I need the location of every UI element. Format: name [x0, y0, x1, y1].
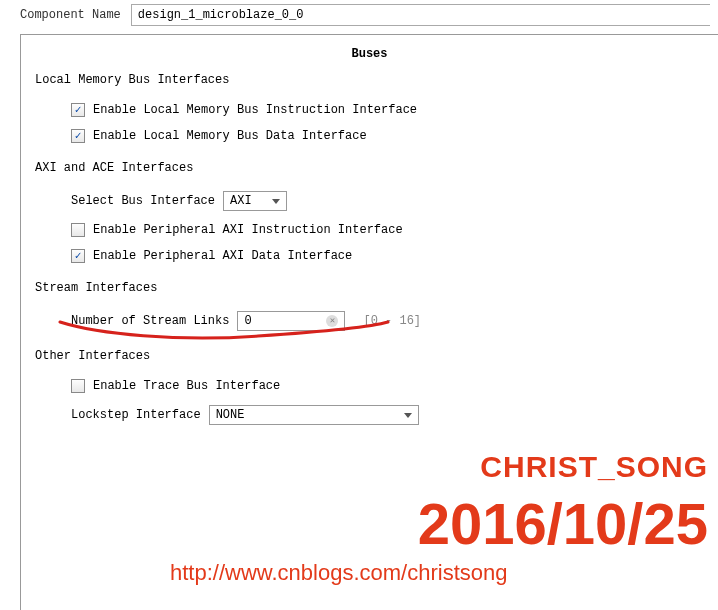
lockstep-row: Lockstep Interface NONE — [71, 399, 718, 431]
num-stream-links-label: Number of Stream Links — [71, 314, 229, 328]
component-name-input[interactable] — [131, 4, 710, 26]
lockstep-value: NONE — [216, 408, 245, 422]
num-stream-links-range: [0 - 16] — [353, 314, 421, 328]
select-bus-dropdown[interactable]: AXI — [223, 191, 287, 211]
enable-trace-row: Enable Trace Bus Interface — [71, 373, 718, 399]
section-local-memory: Local Memory Bus Interfaces — [21, 67, 718, 91]
panel-title: Buses — [21, 35, 718, 67]
num-stream-links-input[interactable]: 0 ✕ — [237, 311, 345, 331]
periph-axi-instr-row: Enable Peripheral AXI Instruction Interf… — [71, 217, 718, 243]
periph-axi-instr-label: Enable Peripheral AXI Instruction Interf… — [93, 223, 403, 237]
enable-lmb-data-label: Enable Local Memory Bus Data Interface — [93, 129, 367, 143]
enable-trace-label: Enable Trace Bus Interface — [93, 379, 280, 393]
periph-axi-data-checkbox[interactable] — [71, 249, 85, 263]
clear-icon[interactable]: ✕ — [326, 315, 338, 327]
lockstep-label: Lockstep Interface — [71, 408, 201, 422]
lockstep-dropdown[interactable]: NONE — [209, 405, 419, 425]
component-name-row: Component Name — [0, 0, 718, 34]
periph-axi-data-label: Enable Peripheral AXI Data Interface — [93, 249, 352, 263]
select-bus-label: Select Bus Interface — [71, 194, 215, 208]
select-bus-row: Select Bus Interface AXI — [71, 185, 718, 217]
periph-axi-instr-checkbox[interactable] — [71, 223, 85, 237]
enable-lmb-instr-label: Enable Local Memory Bus Instruction Inte… — [93, 103, 417, 117]
enable-lmb-instr-row: Enable Local Memory Bus Instruction Inte… — [71, 97, 718, 123]
section-other: Other Interfaces — [21, 343, 718, 367]
num-stream-links-value: 0 — [244, 314, 251, 328]
select-bus-value: AXI — [230, 194, 252, 208]
section-stream: Stream Interfaces — [21, 275, 718, 299]
num-stream-links-row: Number of Stream Links 0 ✕ [0 - 16] — [71, 305, 718, 337]
component-name-label: Component Name — [20, 8, 131, 22]
periph-axi-data-row: Enable Peripheral AXI Data Interface — [71, 243, 718, 269]
buses-panel: Buses Local Memory Bus Interfaces Enable… — [20, 34, 718, 610]
chevron-down-icon — [404, 413, 412, 418]
chevron-down-icon — [272, 199, 280, 204]
enable-lmb-data-row: Enable Local Memory Bus Data Interface — [71, 123, 718, 149]
enable-lmb-instr-checkbox[interactable] — [71, 103, 85, 117]
enable-lmb-data-checkbox[interactable] — [71, 129, 85, 143]
enable-trace-checkbox[interactable] — [71, 379, 85, 393]
section-axi: AXI and ACE Interfaces — [21, 155, 718, 179]
